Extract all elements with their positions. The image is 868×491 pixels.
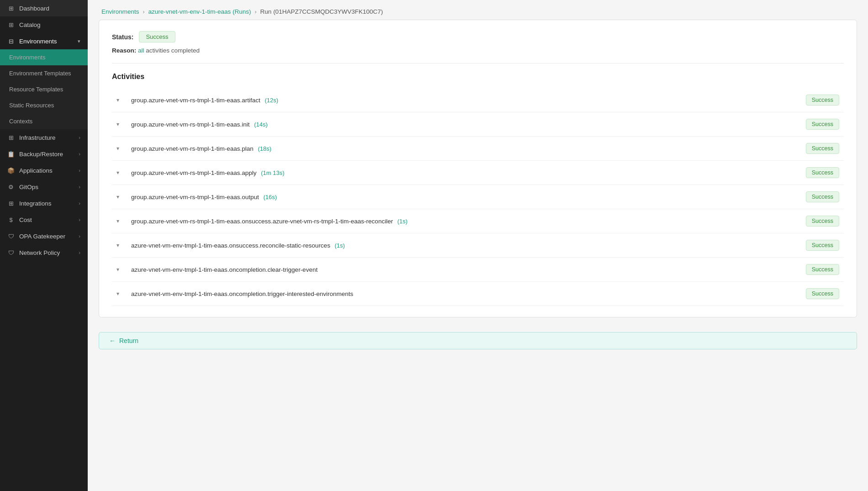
expand-chevron[interactable]: ▾ [112, 88, 127, 112]
run-detail-panel: Status: Success Reason: all activities c… [99, 20, 857, 317]
status-badge: Success [139, 31, 175, 42]
activity-name: group.azure-vnet-vm-rs-tmpl-1-tim-eaas.i… [131, 121, 250, 128]
table-row: ▾ azure-vnet-vm-env-tmpl-1-tim-eaas.onco… [112, 282, 844, 306]
activity-status-badge: Success [806, 216, 839, 227]
activities-title: Activities [112, 73, 844, 81]
sidebar-item-label: Backup/Restore [19, 151, 63, 158]
activity-status-cell: Success [798, 209, 844, 233]
sidebar-item-cost[interactable]: $ Cost › [0, 211, 88, 228]
sidebar-item-network-policy[interactable]: 🛡 Network Policy › [0, 244, 88, 261]
chevron-right-icon: › [79, 250, 80, 255]
sidebar-item-environments-parent[interactable]: ⊟ Environments ▾ [0, 33, 88, 49]
table-row: ▾ group.azure-vnet-vm-rs-tmpl-1-tim-eaas… [112, 112, 844, 137]
integrations-icon: ⊞ [7, 200, 15, 207]
activity-status-badge: Success [806, 191, 839, 202]
activity-name: group.azure-vnet-vm-rs-tmpl-1-tim-eaas.o… [131, 218, 393, 225]
expand-chevron[interactable]: ▾ [112, 185, 127, 209]
expand-chevron[interactable]: ▾ [112, 137, 127, 161]
return-button[interactable]: ← Return [99, 332, 857, 349]
reason-text: activities completed [144, 47, 200, 54]
activity-duration: (14s) [253, 121, 268, 128]
breadcrumb-current: Run (01HAPZ7CCSMQDC3YWV3FK100C7) [260, 8, 383, 15]
activity-status-cell: Success [798, 112, 844, 137]
activity-name: azure-vnet-vm-env-tmpl-1-tim-eaas.onsucc… [131, 242, 330, 249]
sidebar-item-label: Static Resources [9, 102, 54, 109]
breadcrumb-sep-2: › [255, 9, 257, 15]
table-row: ▾ group.azure-vnet-vm-rs-tmpl-1-tim-eaas… [112, 161, 844, 185]
environments-icon: ⊟ [7, 37, 15, 45]
environments-submenu: Environments Environment Templates Resou… [0, 49, 88, 129]
sidebar-item-environment-templates[interactable]: Environment Templates [0, 65, 88, 81]
status-label: Status: [112, 33, 133, 41]
gitops-icon: ⚙ [7, 183, 15, 190]
breadcrumb-environments-link[interactable]: Environments [101, 8, 139, 15]
activity-status-badge: Success [806, 167, 839, 178]
sidebar-item-static-resources[interactable]: Static Resources [0, 97, 88, 113]
sidebar-item-label: Catalog [19, 21, 41, 28]
activity-status-badge: Success [806, 143, 839, 154]
sidebar-item-label: Cost [19, 216, 32, 223]
chevron-right-icon: › [79, 135, 80, 140]
sidebar-item-gitops[interactable]: ⚙ GitOps › [0, 179, 88, 195]
activity-duration: (1m 13s) [259, 169, 285, 176]
chevron-right-icon: › [79, 168, 80, 173]
table-row: ▾ group.azure-vnet-vm-rs-tmpl-1-tim-eaas… [112, 185, 844, 209]
reason-label: Reason: [112, 47, 136, 54]
activity-name: group.azure-vnet-vm-rs-tmpl-1-tim-eaas.a… [131, 169, 257, 176]
table-row: ▾ azure-vnet-vm-env-tmpl-1-tim-eaas.onco… [112, 258, 844, 282]
activity-name: group.azure-vnet-vm-rs-tmpl-1-tim-eaas.a… [131, 97, 260, 104]
activity-name: azure-vnet-vm-env-tmpl-1-tim-eaas.oncomp… [131, 266, 318, 273]
expand-chevron[interactable]: ▾ [112, 112, 127, 137]
breadcrumb-sep-1: › [143, 9, 145, 15]
expand-chevron[interactable]: ▾ [112, 258, 127, 282]
sidebar-item-infrastructure[interactable]: ⊞ Infrastructure › [0, 129, 88, 146]
sidebar-item-catalog[interactable]: ⊞ Catalog [0, 16, 88, 33]
activity-duration: (16s) [262, 194, 277, 201]
sidebar-item-dashboard[interactable]: ⊞ Dashboard [0, 0, 88, 16]
sidebar-item-contexts[interactable]: Contexts [0, 113, 88, 129]
expand-chevron[interactable]: ▾ [112, 233, 127, 258]
sidebar-item-label: Dashboard [19, 5, 49, 12]
catalog-icon: ⊞ [7, 21, 15, 28]
sidebar-item-opa-gatekeeper[interactable]: 🛡 OPA Gatekeeper › [0, 228, 88, 244]
expand-chevron[interactable]: ▾ [112, 282, 127, 306]
chevron-right-icon: › [79, 217, 80, 222]
activity-status-cell: Success [798, 258, 844, 282]
sidebar-item-label: Resource Templates [9, 86, 63, 93]
sidebar-item-resource-templates[interactable]: Resource Templates [0, 81, 88, 97]
dashboard-icon: ⊞ [7, 5, 15, 12]
activities-table: ▾ group.azure-vnet-vm-rs-tmpl-1-tim-eaas… [112, 88, 844, 306]
sidebar-item-label: Environments [9, 54, 45, 61]
activity-name-cell: group.azure-vnet-vm-rs-tmpl-1-tim-eaas.i… [127, 112, 798, 137]
sidebar-item-environments[interactable]: Environments [0, 49, 88, 65]
table-row: ▾ azure-vnet-vm-env-tmpl-1-tim-eaas.onsu… [112, 233, 844, 258]
table-row: ▾ group.azure-vnet-vm-rs-tmpl-1-tim-eaas… [112, 137, 844, 161]
table-row: ▾ group.azure-vnet-vm-rs-tmpl-1-tim-eaas… [112, 209, 844, 233]
sidebar-item-label: Environments [19, 38, 57, 45]
infrastructure-icon: ⊞ [7, 134, 15, 141]
activity-duration: (18s) [256, 145, 271, 152]
sidebar-item-label: Applications [19, 167, 53, 174]
expand-chevron[interactable]: ▾ [112, 209, 127, 233]
sidebar-item-applications[interactable]: 📦 Applications › [0, 162, 88, 179]
activity-status-badge: Success [806, 240, 839, 251]
backup-icon: 📋 [7, 150, 15, 158]
expand-chevron[interactable]: ▾ [112, 161, 127, 185]
activity-duration: (1s) [396, 218, 408, 225]
activity-name: group.azure-vnet-vm-rs-tmpl-1-tim-eaas.o… [131, 194, 259, 201]
activity-status-badge: Success [806, 119, 839, 130]
activity-status-cell: Success [798, 161, 844, 185]
activity-name-cell: group.azure-vnet-vm-rs-tmpl-1-tim-eaas.o… [127, 209, 798, 233]
breadcrumb-runs-link[interactable]: azure-vnet-vm-env-1-tim-eaas (Runs) [148, 8, 251, 15]
sidebar-item-integrations[interactable]: ⊞ Integrations › [0, 195, 88, 211]
sidebar-item-label: Environment Templates [9, 70, 71, 77]
activity-name: azure-vnet-vm-env-tmpl-1-tim-eaas.oncomp… [131, 290, 353, 297]
sidebar-item-label: Integrations [19, 200, 52, 207]
sidebar-item-backup-restore[interactable]: 📋 Backup/Restore › [0, 146, 88, 162]
breadcrumb: Environments › azure-vnet-vm-env-1-tim-e… [88, 0, 868, 20]
reason-all-link[interactable]: all [138, 47, 144, 54]
status-row: Status: Success [112, 31, 844, 42]
sidebar-item-label: OPA Gatekeeper [19, 233, 65, 240]
activity-name: group.azure-vnet-vm-rs-tmpl-1-tim-eaas.p… [131, 145, 254, 152]
activity-name-cell: group.azure-vnet-vm-rs-tmpl-1-tim-eaas.a… [127, 88, 798, 112]
